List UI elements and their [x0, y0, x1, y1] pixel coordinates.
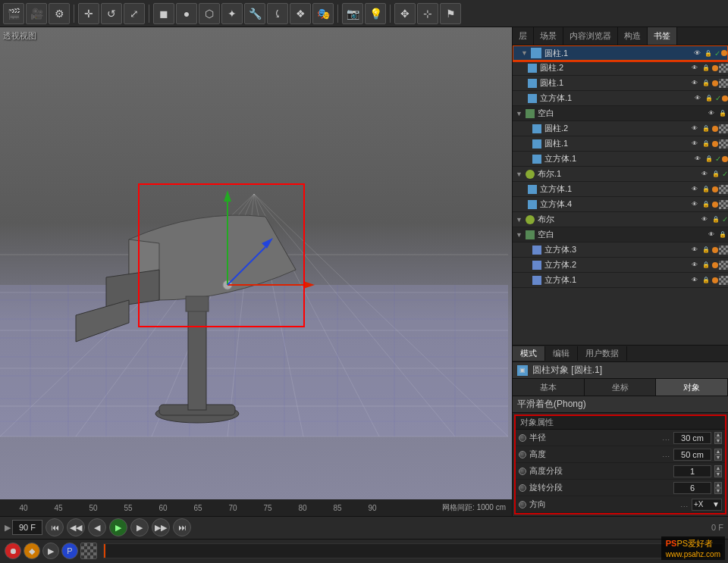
vis13: 👁	[689, 245, 700, 255]
tree-item-cube2[interactable]: 立方体.1 👁 🔒 ✓	[513, 152, 728, 167]
tree-item-grp1[interactable]: ▼ 空白 👁 🔒	[513, 106, 728, 121]
toolbar-snap-btn[interactable]: ✥	[394, 3, 416, 24]
tree-item-cube4[interactable]: 立方体.4 👁 🔒	[513, 197, 728, 212]
tree-item-grp2[interactable]: ▼ 空白 👁 🔒	[513, 227, 728, 242]
play-track-btn[interactable]: ▶	[42, 543, 59, 559]
object-tree[interactable]: ▼ 圆柱.1 👁 🔒 ✓ 圆柱.2 👁 🔒	[513, 45, 728, 345]
param-value-hseg[interactable]: 1	[673, 465, 711, 477]
param-radio-height[interactable]	[519, 451, 526, 458]
toolbar-scale-btn[interactable]: ⤢	[124, 3, 145, 24]
param-value-rseg[interactable]: 6	[673, 482, 711, 494]
prop-tab-coord[interactable]: 坐标	[585, 379, 657, 396]
toolbar-move-btn[interactable]: ✛	[78, 3, 99, 24]
spinner-up-radius[interactable]: ▲	[714, 432, 722, 438]
mode-tab-edit[interactable]: 编辑	[545, 346, 578, 361]
scene-tab-construct[interactable]: 构造	[618, 27, 648, 45]
viewport[interactable]: 透视视图 40 45 50 55 60 65 70 75 80 85 90 网格…	[0, 27, 512, 516]
tree-item-bool1[interactable]: ▼ 布尔.1 👁 🔒 ✓	[513, 167, 728, 182]
lock12: 🔒	[717, 230, 728, 240]
skip-start-btn[interactable]: ⏮	[46, 518, 64, 536]
toolbar-render-btn[interactable]: 🎭	[312, 3, 334, 24]
tree-item-bool2[interactable]: ▼ 布尔 👁 🔒 ✓	[513, 212, 728, 227]
vis6: 👁	[689, 139, 700, 149]
frame-total-input[interactable]	[12, 520, 42, 535]
scene-tab-bookmark[interactable]: 书签	[648, 27, 677, 45]
spinner-dn-radius[interactable]: ▼	[714, 438, 722, 444]
tree-item-cube5[interactable]: 立方体.3 👁 🔒	[513, 242, 728, 258]
tree-item-cyl1b[interactable]: 圆柱.1 👁 🔒	[513, 76, 728, 91]
toolbar-modifier-btn[interactable]: 🔧	[244, 3, 265, 24]
next-btn[interactable]: ▶	[130, 518, 149, 536]
check11: ✓	[722, 215, 728, 224]
mode-tab-userdata[interactable]: 用户数据	[578, 346, 627, 361]
svg-rect-36	[186, 296, 209, 311]
param-radio-dir[interactable]	[519, 501, 526, 508]
toolbar-light-btn[interactable]: ✦	[221, 3, 243, 24]
skip-end-btn[interactable]: ⏭	[173, 518, 191, 536]
tree-item-cyl4[interactable]: 圆柱.1 👁 🔒	[513, 136, 728, 152]
cube2-name: 立方体.1	[544, 153, 691, 164]
param-value-radius[interactable]: 30 cm	[673, 432, 711, 444]
param-spinner-radius[interactable]: ▲ ▼	[714, 432, 722, 444]
prop-tab-object[interactable]: 对象	[656, 379, 728, 396]
toolbar-camera-btn[interactable]: 🎥	[26, 3, 47, 24]
play-btn[interactable]: ▶	[109, 518, 127, 536]
ruler-40: 40	[6, 504, 41, 512]
toolbar-rotate-btn[interactable]: ↺	[101, 3, 122, 24]
grid-btn[interactable]	[80, 543, 97, 559]
toolbar-cylinder-btn[interactable]: ⬡	[199, 3, 220, 24]
toolbar-cube-btn[interactable]: ◼	[153, 3, 174, 24]
tree-item-cube6[interactable]: 立方体.2 👁 🔒	[513, 258, 728, 273]
vis8: 👁	[699, 169, 710, 180]
key-btn[interactable]: ◆	[24, 543, 40, 559]
toolbar-mograph-btn[interactable]: ❖	[290, 3, 311, 24]
spinner-up-hseg[interactable]: ▲	[714, 465, 722, 471]
rec-btn[interactable]: ⏺	[5, 543, 21, 559]
spinner-up-rseg[interactable]: ▲	[714, 482, 722, 488]
timeline-frames[interactable]	[103, 543, 723, 558]
next-frame-btn[interactable]: ▶▶	[152, 518, 170, 536]
param-spinner-hseg[interactable]: ▲ ▼	[714, 465, 722, 477]
mode-tab-mode[interactable]: 模式	[513, 346, 545, 361]
toolbar-film-btn[interactable]: 🎬	[3, 3, 24, 24]
toolbar-light2-btn[interactable]: 💡	[365, 3, 386, 24]
scene-tab-layer[interactable]: 层	[513, 27, 534, 45]
fps-indicator: ▶	[5, 520, 42, 535]
tree-item-cube3[interactable]: 立方体.1 👁 🔒	[513, 182, 728, 197]
tree-item-cyl2[interactable]: 圆柱.2 👁 🔒	[513, 61, 728, 76]
prop-tab-basic[interactable]: 基本	[513, 379, 585, 396]
toolbar-camera2-btn[interactable]: 📷	[342, 3, 363, 24]
scene-tab-scene[interactable]: 场景	[534, 27, 563, 45]
scene-tab-browser[interactable]: 内容浏览器	[563, 27, 618, 45]
spinner-up-height[interactable]: ▲	[714, 449, 722, 455]
tree-item-cube1[interactable]: 立方体.1 👁 🔒 ✓	[513, 91, 728, 106]
toolbar-coord-btn[interactable]: ⊹	[417, 3, 438, 24]
cube1-icon	[528, 94, 537, 103]
toolbar-anim-btn[interactable]: ⚑	[440, 3, 461, 24]
obj-icon: ▣	[517, 365, 528, 376]
prev-btn[interactable]: ◀	[88, 518, 106, 536]
toolbar-settings-btn[interactable]: ⚙	[49, 3, 70, 24]
spinner-dn-height[interactable]: ▼	[714, 455, 722, 461]
param-radio-hseg[interactable]	[519, 468, 526, 475]
ch6	[719, 139, 728, 149]
toolbar-deformer-btn[interactable]: ⤹	[267, 3, 288, 24]
bool2-icon	[526, 215, 535, 224]
param-btn[interactable]: P	[61, 543, 78, 559]
prev-frame-btn[interactable]: ◀◀	[67, 518, 85, 536]
toolbar-sphere-btn[interactable]: ●	[176, 3, 197, 24]
param-spinner-height[interactable]: ▲ ▼	[714, 449, 722, 461]
tree-item-cyl3[interactable]: 圆柱.2 👁 🔒	[513, 121, 728, 136]
param-dropdown-dir[interactable]: +X ▼	[692, 499, 722, 511]
param-spinner-rseg[interactable]: ▲ ▼	[714, 482, 722, 494]
spinner-dn-hseg[interactable]: ▼	[714, 471, 722, 477]
tree-item-cube7[interactable]: 立方体.1 👁 🔒	[513, 273, 728, 288]
spinner-dn-rseg[interactable]: ▼	[714, 488, 722, 494]
param-radio-rseg[interactable]	[519, 484, 526, 492]
timeline-track[interactable]: ⏺ ◆ ▶ P	[0, 540, 728, 563]
tree-item-cyl1-selected[interactable]: ▼ 圆柱.1 👁 🔒 ✓	[513, 45, 728, 61]
param-value-height[interactable]: 50 cm	[673, 449, 711, 461]
cube7-icons: 👁 🔒	[689, 275, 728, 286]
param-radio-radius[interactable]	[519, 434, 526, 442]
lock-icon2: 🔒	[701, 63, 711, 74]
